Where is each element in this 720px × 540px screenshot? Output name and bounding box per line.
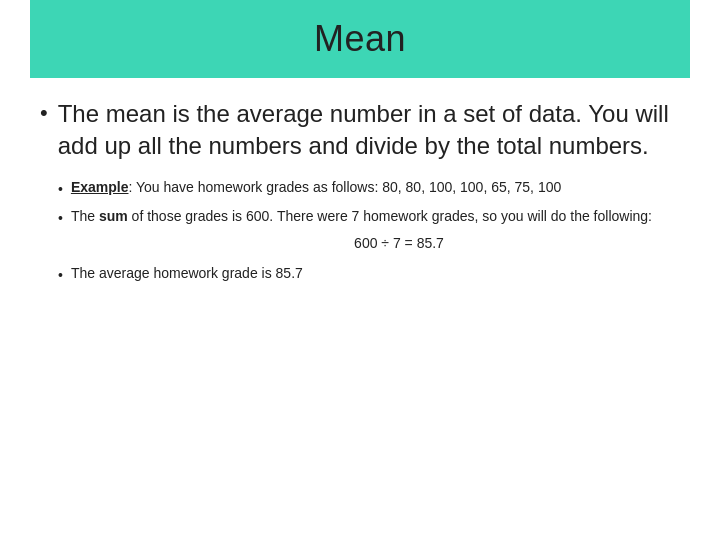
example-detail: : You have homework grades as follows: 8…: [129, 179, 562, 195]
header-banner: Mean: [30, 0, 690, 78]
sum-prefix: The: [71, 208, 99, 224]
main-bullet-item: • The mean is the average number in a se…: [40, 98, 680, 163]
sum-detail: of those grades is 600. There were 7 hom…: [128, 208, 652, 224]
sum-word: sum: [99, 208, 128, 224]
example-bullet-item: • Example: You have homework grades as f…: [58, 177, 680, 200]
main-description: The mean is the average number in a set …: [58, 98, 680, 163]
average-prefix: The average homework grade is: [71, 265, 276, 281]
content-area: • The mean is the average number in a se…: [30, 98, 690, 520]
example-bullet-dot: •: [58, 179, 63, 200]
equation: 600 ÷ 7 = 85.7: [354, 235, 444, 251]
example-label: Example: [71, 179, 129, 195]
sum-text: The sum of those grades is 600. There we…: [71, 206, 652, 228]
page-title: Mean: [314, 18, 406, 59]
average-bullet-dot: •: [58, 265, 63, 286]
equation-line: 600 ÷ 7 = 85.7: [58, 235, 680, 251]
sum-bullet-dot: •: [58, 208, 63, 229]
average-value: 85.7: [276, 265, 303, 281]
average-grade-item: • The average homework grade is 85.7: [58, 263, 680, 286]
example-text: Example: You have homework grades as fol…: [71, 177, 561, 199]
sum-bullet-item: • The sum of those grades is 600. There …: [58, 206, 680, 229]
sub-bullet-section: • Example: You have homework grades as f…: [58, 177, 680, 251]
average-grade-text: The average homework grade is 85.7: [71, 263, 303, 285]
main-bullet-dot: •: [40, 102, 48, 124]
page-container: Mean • The mean is the average number in…: [0, 0, 720, 540]
